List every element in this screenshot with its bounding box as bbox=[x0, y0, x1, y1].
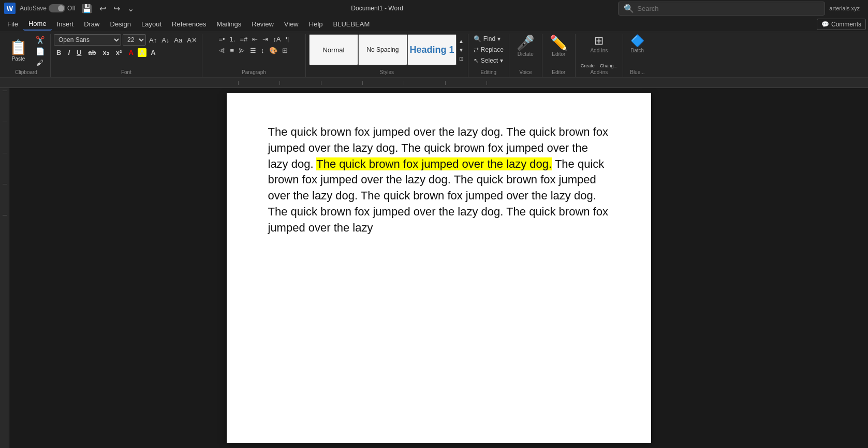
menu-review[interactable]: Review bbox=[246, 18, 279, 30]
increase-indent-button[interactable]: ⇥ bbox=[261, 34, 270, 44]
autosave-toggle[interactable]: AutoSave Off bbox=[20, 4, 76, 12]
ruler: 1 2 3 4 5 6 bbox=[0, 78, 868, 88]
dictate-tool: 🎤 Dictate bbox=[512, 34, 539, 64]
styles-scroll-down[interactable]: ▼ bbox=[458, 46, 465, 54]
paste-icon: 📋 bbox=[9, 40, 27, 55]
doc-area: The quick brown fox jumped over the lazy… bbox=[0, 88, 868, 448]
justify-button[interactable]: ☰ bbox=[248, 46, 258, 55]
batch-icon: 🔷 bbox=[630, 34, 644, 48]
subscript-button[interactable]: x₂ bbox=[100, 47, 112, 58]
styles-label: Styles bbox=[380, 69, 394, 75]
superscript-button[interactable]: x² bbox=[113, 47, 125, 58]
format-painter-button[interactable]: 🖌 bbox=[33, 57, 47, 68]
styles-scroll-up[interactable]: ▲ bbox=[458, 37, 465, 45]
select-icon: ↖ bbox=[474, 57, 479, 64]
select-button[interactable]: ↖ Select ▾ bbox=[472, 56, 506, 65]
left-ruler-mark-1 bbox=[3, 91, 7, 122]
numbering-button[interactable]: 1. bbox=[228, 34, 237, 44]
ruler-mark-5: 5 bbox=[445, 81, 487, 85]
ruler-mark-4: 4 bbox=[404, 81, 445, 85]
style-no-spacing[interactable]: No Spacing bbox=[358, 34, 407, 65]
align-right-button[interactable]: ⫸ bbox=[237, 46, 247, 55]
style-normal[interactable]: Normal bbox=[309, 34, 358, 65]
font-row1: Open Sans 22 A↑ A↓ Aa A✕ bbox=[54, 34, 199, 46]
decrease-indent-button[interactable]: ⇤ bbox=[251, 34, 259, 44]
menu-insert[interactable]: Insert bbox=[52, 18, 79, 30]
comments-button[interactable]: 💬 Comments bbox=[817, 19, 866, 30]
ribbon: 📋 Paste ✂️ 📄 🖌 Clipboard Open Sans bbox=[0, 32, 868, 78]
menu-mailings[interactable]: Mailings bbox=[212, 18, 247, 30]
addins-icon: ⊞ bbox=[594, 34, 604, 48]
word-logo: W bbox=[4, 3, 16, 14]
font-grow-button[interactable]: A↑ bbox=[148, 35, 158, 45]
select-chevron: ▾ bbox=[500, 57, 503, 64]
ruler-mark-3: 3 bbox=[362, 81, 404, 85]
text-highlighted: The quick brown fox jumped over the lazy… bbox=[316, 157, 552, 170]
undo-icon[interactable]: ↩ bbox=[97, 3, 108, 15]
replace-button[interactable]: ⇄ Replace bbox=[472, 45, 506, 54]
multilevel-button[interactable]: ≡# bbox=[238, 34, 249, 44]
clear-format-button[interactable]: A✕ bbox=[185, 35, 199, 45]
menu-bluebeam[interactable]: BLUEBEAM bbox=[328, 18, 375, 30]
text-effects-button[interactable]: A bbox=[148, 47, 158, 58]
copy-icon: 📄 bbox=[36, 48, 45, 55]
highlight-button[interactable]: A bbox=[138, 48, 146, 57]
borders-button[interactable]: ⊞ bbox=[281, 46, 289, 55]
autosave-switch[interactable] bbox=[49, 4, 65, 12]
strikethrough-button[interactable]: ab bbox=[85, 47, 98, 58]
menu-help[interactable]: Help bbox=[304, 18, 328, 30]
menu-draw[interactable]: Draw bbox=[79, 18, 105, 30]
select-label: Select bbox=[481, 57, 498, 64]
bold-button[interactable]: B bbox=[54, 47, 64, 58]
italic-button[interactable]: I bbox=[65, 47, 72, 58]
menu-right: 💬 Comments bbox=[817, 19, 866, 30]
line-spacing-button[interactable]: ↕ bbox=[259, 46, 266, 55]
left-ruler-mark-4 bbox=[3, 184, 7, 215]
page-canvas: The quick brown fox jumped over the lazy… bbox=[9, 88, 868, 448]
toggle-off-label: Off bbox=[67, 5, 76, 12]
font-family-select[interactable]: Open Sans bbox=[54, 34, 121, 46]
editor-group: ✏️ Editor Editor bbox=[542, 34, 576, 77]
font-shrink-button[interactable]: A↓ bbox=[160, 35, 171, 45]
bullets-button[interactable]: ≡• bbox=[217, 34, 226, 44]
menu-home[interactable]: Home bbox=[23, 18, 52, 31]
menu-references[interactable]: References bbox=[167, 18, 211, 30]
find-chevron: ▾ bbox=[497, 35, 501, 42]
paste-button[interactable]: 📋 Paste bbox=[5, 38, 32, 64]
search-input[interactable] bbox=[637, 5, 819, 12]
shading-button[interactable]: 🎨 bbox=[268, 46, 279, 55]
sort-button[interactable]: ↕A bbox=[271, 34, 282, 44]
copy-button[interactable]: 📄 bbox=[33, 46, 47, 56]
document-page[interactable]: The quick brown fox jumped over the lazy… bbox=[227, 93, 651, 443]
show-formatting-button[interactable]: ¶ bbox=[284, 34, 290, 44]
editor-group-label: Editor bbox=[552, 69, 565, 75]
menu-file[interactable]: File bbox=[2, 18, 23, 30]
left-ruler-mark-2 bbox=[3, 122, 7, 153]
align-center-button[interactable]: ≡ bbox=[228, 46, 236, 55]
user-info: arterials xyz bbox=[829, 5, 864, 11]
addins-group-label: Add-ins bbox=[590, 69, 608, 75]
customize-icon[interactable]: ⌄ bbox=[125, 3, 136, 15]
style-heading[interactable]: Heading 1 bbox=[407, 34, 457, 65]
comment-icon: 💬 bbox=[821, 21, 829, 28]
cut-button[interactable]: ✂️ bbox=[33, 35, 47, 45]
editor-tool: ✏️ Editor bbox=[546, 34, 572, 64]
para-group: ≡• 1. ≡# ⇤ ⇥ ↕A ¶ ⫷ ≡ ⫸ ☰ ↕ 🎨 ⊞ bbox=[217, 34, 290, 63]
font-size-select[interactable]: 22 bbox=[123, 34, 146, 46]
menu-design[interactable]: Design bbox=[105, 18, 136, 30]
change-case-button[interactable]: Aa bbox=[172, 35, 184, 45]
create-button[interactable]: Create bbox=[579, 62, 597, 70]
underline-button[interactable]: U bbox=[74, 47, 84, 58]
styles-expand[interactable]: ⊡ bbox=[458, 55, 465, 63]
menu-view[interactable]: View bbox=[279, 18, 304, 30]
redo-icon[interactable]: ↪ bbox=[111, 3, 122, 15]
font-color-button[interactable]: A bbox=[126, 47, 136, 58]
find-button[interactable]: 🔍 Find ▾ bbox=[472, 34, 506, 44]
change-button[interactable]: Chang... bbox=[598, 62, 620, 70]
ruler-mark-1: 1 bbox=[279, 81, 321, 85]
save-icon[interactable]: 💾 bbox=[80, 3, 94, 15]
search-box[interactable]: 🔍 bbox=[618, 2, 825, 16]
align-left-button[interactable]: ⫷ bbox=[217, 46, 227, 55]
menu-layout[interactable]: Layout bbox=[136, 18, 167, 30]
editing-group: 🔍 Find ▾ ⇄ Replace ↖ Select ▾ Editing bbox=[468, 34, 509, 77]
